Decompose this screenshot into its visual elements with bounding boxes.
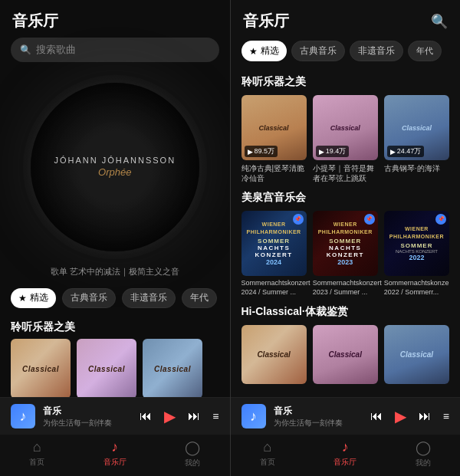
player-info-right: 音乐 为你生活每一刻伴奏 [274,405,363,428]
card-title-r3: 古典钢琴·的海洋 [384,163,449,173]
list-item[interactable]: Classical [384,325,449,386]
nav-mine-label-left: 我的 [185,458,200,468]
bottom-bar-left: ♪ 音乐 为你生活每一刻伴奏 ⏮ ▶ ⏭ ≡ ⌂ 首页 ♪ 音乐厅 [0,397,230,476]
section1-title-left: 聆听乐器之美 [0,313,230,339]
right-title: 音乐厅 [243,11,289,31]
card-r2: Classical ▶ 19.4万 [313,95,378,160]
prev-button-left[interactable]: ⏮ [140,409,152,423]
section1-title-right: 聆听乐器之美 [242,75,450,89]
list-item[interactable]: Classical ▶ 19.4万 小提琴｜音符是舞者在琴弦上跳跃 [313,95,378,183]
left-panel: 音乐厅 🔍 搜索歌曲 JÓHANN JÓHANNSSON Orphée 歌单 艺… [0,0,230,476]
nav-home-left[interactable]: ⌂ 首页 [29,439,44,468]
right-panel: 音乐厅 🔍 ★ 精选 古典音乐 非遗音乐 年代 聆听乐器之美 Classical [231,0,461,476]
nav-music-label-left: 音乐厅 [104,457,127,468]
pin-badge-2: 📌 [364,214,375,225]
next-button-left[interactable]: ⏭ [188,409,200,423]
profile-icon-right: ◯ [416,439,431,456]
nav-home-right[interactable]: ⌂ 首页 [260,439,275,468]
player-subtitle-left: 为你生活每一刻伴奏 [43,418,132,428]
list-item[interactable]: WIENERPHILHARMONIKER SOMMER NACHTS KONZE… [313,211,378,297]
home-icon-left: ⌂ [33,439,41,455]
tab-era-left[interactable]: 年代 [182,288,217,308]
play-count-1: ▶ 89.5万 [245,146,278,157]
hi-img-2: Classical [313,325,378,384]
card-r3: Classical ▶ 24.47万 [384,95,449,160]
nav-home-label-left: 首页 [29,457,44,468]
hi-img-3: Classical [384,325,449,384]
left-header: 音乐厅 [0,0,230,38]
tab-era-right[interactable]: 年代 [408,41,442,61]
filter-tabs-right: ★ 精选 古典音乐 非遗音乐 年代 [231,38,461,67]
search-icon-right[interactable]: 🔍 [431,13,448,30]
player-title-left: 音乐 [43,405,132,418]
list-item[interactable]: Classical [77,339,136,397]
section1-cards: Classical ▶ 89.5万 纯净古典|竖琴清脆冷仙音 Classical… [242,95,450,183]
nav-music-left[interactable]: ♪ 音乐厅 [104,439,127,468]
music-icon-left: ♪ [111,439,118,455]
album-info: JÓHANN JÓHANNSSON Orphée [54,156,176,178]
home-icon-right: ⌂ [263,439,271,455]
list-item[interactable]: Classical [313,325,378,386]
section2-title-right: 美泉宫音乐会 [242,191,450,205]
player-info-left: 音乐 为你生活每一刻伴奏 [43,405,132,428]
left-title: 音乐厅 [12,11,58,31]
next-button-right[interactable]: ⏭ [419,409,431,423]
search-placeholder: 搜索歌曲 [36,43,76,57]
album-artist: JÓHANN JÓHANNSSON [54,156,176,165]
track-info: 歌单 艺术中的减法｜极简主义之音 [12,266,218,277]
play-button-right[interactable]: ▶ [395,407,406,425]
pin-badge: 📌 [293,214,304,225]
right-header: 音乐厅 🔍 [231,0,461,38]
card-image-3: Classical [143,339,202,397]
play-button-left[interactable]: ▶ [164,407,176,425]
hi-img-1: Classical [242,325,307,384]
card-image-1: Classical [11,339,71,397]
concert-img-2: WIENERPHILHARMONIKER SOMMER NACHTS KONZE… [313,211,378,276]
bottom-bar-right: ♪ 音乐 为你生活每一刻伴奏 ⏮ ▶ ⏭ ≡ ⌂ 首页 ♪ 音乐厅 [231,397,461,476]
concert-img-1: WIENERPHILHARMONIKER SOMMER NACHTS KONZE… [242,211,307,276]
nav-music-label-right: 音乐厅 [334,457,356,468]
vinyl-disc: JÓHANN JÓHANNSSON Orphée [31,83,199,251]
music-icon-right: ♪ [342,439,349,455]
right-content: 聆听乐器之美 Classical ▶ 89.5万 纯净古典|竖琴清脆冷仙音 [231,67,461,397]
play-count-3: ▶ 24.47万 [387,146,425,157]
list-item[interactable]: WIENERPHILHARMONIKER SOMMER NACHTS KONZE… [242,211,307,297]
prev-button-right[interactable]: ⏮ [370,409,383,423]
play-count-2: ▶ 19.4万 [316,146,350,157]
list-item[interactable]: WIENERPHILHARMONIKER SOMMER NACHTS KONZE… [384,211,449,297]
tab-intangible-left[interactable]: 非遗音乐 [122,288,176,308]
list-item[interactable]: Classical [242,325,307,386]
concert-cards: WIENERPHILHARMONIKER SOMMER NACHTS KONZE… [242,211,450,297]
card-image-2: Classical [77,339,136,397]
tab-intangible-right[interactable]: 非遗音乐 [350,41,403,61]
concert-img-3: WIENERPHILHARMONIKER SOMMER NACHTS KONZE… [384,211,449,276]
search-bar[interactable]: 🔍 搜索歌曲 [11,38,219,62]
player-icon-left: ♪ [11,404,35,428]
cards-row-left: Classical Classical Classical [0,339,230,397]
album-art: JÓHANN JÓHANNSSON Orphée [23,77,207,257]
list-item[interactable]: Classical [11,339,71,397]
profile-icon-left: ◯ [185,439,200,456]
playlist-button-left[interactable]: ≡ [212,410,219,422]
player-subtitle-right: 为你生活每一刻伴奏 [274,418,363,428]
card-title-r2: 小提琴｜音符是舞者在琴弦上跳跃 [313,163,378,183]
tab-featured-left[interactable]: ★ 精选 [11,288,56,308]
nav-home-label-right: 首页 [260,457,275,468]
search-icon: 🔍 [20,44,31,55]
nav-mine-left[interactable]: ◯ 我的 [185,439,200,468]
filter-tabs-left: ★ 精选 古典音乐 非遗音乐 年代 [0,284,230,313]
mini-player-right: ♪ 音乐 为你生活每一刻伴奏 ⏮ ▶ ⏭ ≡ [231,398,461,435]
tab-classical-left[interactable]: 古典音乐 [62,288,116,308]
list-item[interactable]: Classical [143,339,202,397]
player-controls-left: ⏮ ▶ ⏭ ≡ [140,407,219,425]
playlist-button-right[interactable]: ≡ [443,410,449,422]
list-item[interactable]: Classical ▶ 24.47万 古典钢琴·的海洋 [384,95,449,183]
card-r1: Classical ▶ 89.5万 [242,95,307,160]
nav-mine-right[interactable]: ◯ 我的 [416,439,431,468]
nav-mine-label-right: 我的 [416,458,431,468]
nav-music-right[interactable]: ♪ 音乐厅 [334,439,356,468]
player-controls-right: ⏮ ▶ ⏭ ≡ [370,407,449,425]
list-item[interactable]: Classical ▶ 89.5万 纯净古典|竖琴清脆冷仙音 [242,95,307,183]
tab-classical-right[interactable]: 古典音乐 [291,41,345,61]
tab-featured-right[interactable]: ★ 精选 [242,41,287,61]
